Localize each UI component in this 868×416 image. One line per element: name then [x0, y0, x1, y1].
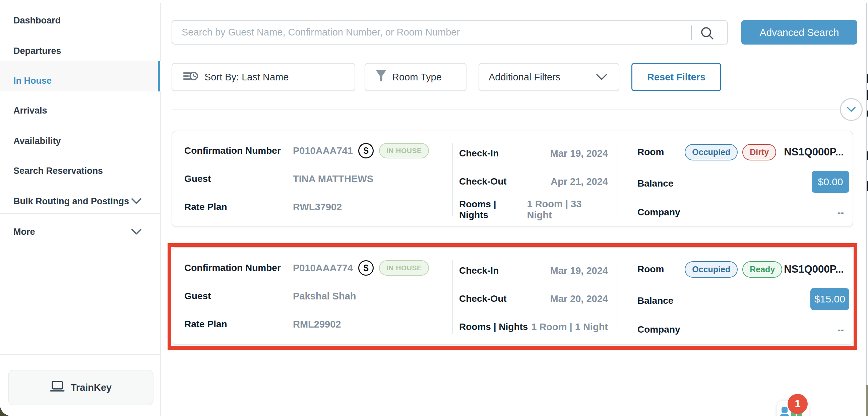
confirmation-number-label: Confirmation Number	[184, 263, 293, 273]
sort-time-icon	[183, 70, 198, 85]
reservation-card[interactable]: Confirmation Number P010AAA774 $ IN HOUS…	[172, 247, 853, 345]
guest-value: Pakshal Shah	[293, 291, 356, 302]
check-out-label: Check-Out	[459, 293, 507, 304]
background-window-edge	[866, 3, 867, 416]
trainkey-button[interactable]: TrainKey	[8, 370, 154, 405]
chevron-down-icon	[131, 196, 142, 207]
rate-plan-label: Rate Plan	[184, 319, 293, 329]
rooms-nights-value: 1 Room | 1 Night	[531, 322, 608, 332]
room-number: NS1Q000P...	[784, 263, 844, 275]
funnel-icon	[375, 70, 387, 85]
in-house-page: Dashboard Departures In House Arrivals A…	[0, 0, 868, 416]
room-type-dropdown[interactable]: Room Type	[365, 63, 466, 91]
sidebar-item-in-house[interactable]: In House	[0, 70, 161, 91]
rooms-nights-value: 1 Room | 33 Night	[527, 199, 608, 221]
rate-plan-value: RWL37902	[293, 202, 342, 213]
sidebar-item-label: Departures	[13, 46, 61, 56]
chevron-down-icon	[596, 72, 607, 83]
card-column-divider	[617, 143, 617, 216]
additional-filters-dropdown[interactable]: Additional Filters	[478, 63, 619, 91]
check-out-label: Check-Out	[459, 176, 507, 187]
rate-plan-label: Rate Plan	[184, 202, 293, 212]
laptop-icon	[50, 381, 65, 394]
dollar-icon[interactable]: $	[358, 260, 374, 276]
confirmation-number-value: P010AAA741	[293, 146, 353, 156]
search-input[interactable]	[181, 22, 677, 43]
dollar-icon[interactable]: $	[358, 143, 374, 158]
search-icon[interactable]	[700, 26, 714, 42]
card-column-divider	[452, 260, 453, 334]
collapse-chevron-button[interactable]	[840, 98, 863, 121]
room-label: Room	[638, 264, 664, 275]
sort-by-label: Sort By: Last Name	[205, 72, 288, 83]
rooms-nights-label: Rooms | Nights	[459, 199, 527, 220]
guest-label: Guest	[184, 291, 293, 301]
guest-value: TINA MATTHEWS	[293, 173, 373, 185]
company-value: --	[837, 324, 844, 335]
search-bar	[172, 20, 728, 44]
additional-filters-label: Additional Filters	[489, 72, 560, 83]
sidebar-item-search-reservations[interactable]: Search Reservations	[0, 160, 161, 182]
trainkey-label: TrainKey	[71, 382, 112, 393]
rate-plan-value: RML29902	[293, 319, 341, 330]
sidebar-item-label: Bulk Routing and Postings	[13, 196, 129, 207]
sidebar-item-label: Availability	[13, 136, 61, 147]
results-divider	[172, 109, 840, 110]
room-status-badge: Occupied	[685, 144, 738, 160]
sidebar-item-more[interactable]: More	[0, 221, 161, 243]
in-house-status-badge: IN HOUSE	[379, 260, 429, 276]
check-in-value: Mar 19, 2024	[550, 148, 608, 159]
reservation-card[interactable]: Confirmation Number P010AAA741 $ IN HOUS…	[172, 131, 853, 227]
background-window-fragment	[866, 385, 868, 416]
sidebar-item-label: More	[13, 227, 35, 237]
notification-count: 1	[795, 398, 800, 410]
company-label: Company	[638, 207, 680, 218]
in-house-status-badge: IN HOUSE	[379, 143, 429, 158]
sidebar-item-label: Dashboard	[13, 15, 61, 26]
sidebar-item-dashboard[interactable]: Dashboard	[0, 10, 161, 31]
sidebar-item-label: Search Reservations	[13, 166, 103, 176]
check-out-value: Mar 20, 2024	[550, 293, 608, 305]
balance-label: Balance	[638, 178, 673, 189]
balance-button[interactable]: $15.00	[810, 288, 849, 310]
notification-badge[interactable]: 1	[787, 394, 808, 414]
sort-by-dropdown[interactable]: Sort By: Last Name	[172, 63, 355, 91]
confirmation-number-label: Confirmation Number	[184, 146, 293, 156]
balance-label: Balance	[638, 295, 673, 306]
rooms-nights-label: Rooms | Nights	[459, 322, 528, 332]
sidebar-bottom-divider	[0, 354, 160, 355]
company-label: Company	[638, 324, 680, 335]
sidebar-item-label: Arrivals	[13, 105, 47, 116]
housekeeping-status-badge: Dirty	[742, 144, 776, 160]
highlight-outline: Confirmation Number P010AAA774 $ IN HOUS…	[167, 243, 857, 350]
balance-button[interactable]: $0.00	[812, 171, 849, 193]
room-type-label: Room Type	[392, 72, 442, 83]
room-number: NS1Q000P...	[784, 146, 844, 158]
check-in-label: Check-In	[459, 148, 499, 159]
check-out-value: Apr 21, 2024	[551, 176, 608, 187]
room-label: Room	[638, 147, 664, 157]
check-in-value: Mar 19, 2024	[550, 265, 608, 276]
advanced-search-button[interactable]: Advanced Search	[741, 20, 857, 44]
reset-filters-button[interactable]: Reset Filters	[631, 63, 721, 91]
company-value: --	[837, 207, 844, 218]
check-in-label: Check-In	[459, 265, 499, 276]
housekeeping-status-badge: Ready	[742, 261, 782, 278]
search-separator	[691, 26, 692, 40]
sidebar-item-availability[interactable]: Availability	[0, 130, 161, 152]
sidebar-item-bulk-routing[interactable]: Bulk Routing and Postings	[0, 191, 161, 212]
sidebar: Dashboard Departures In House Arrivals A…	[0, 3, 161, 416]
confirmation-number-value: P010AAA774	[293, 263, 353, 274]
sidebar-item-arrivals[interactable]: Arrivals	[0, 100, 161, 121]
card-column-divider	[452, 143, 453, 216]
sidebar-divider	[0, 213, 160, 214]
guest-label: Guest	[184, 173, 293, 184]
sidebar-item-departures[interactable]: Departures	[0, 40, 161, 62]
room-status-badge: Occupied	[685, 261, 738, 278]
chevron-down-icon	[131, 227, 142, 237]
card-column-divider	[617, 260, 617, 334]
sidebar-item-label: In House	[13, 76, 52, 86]
